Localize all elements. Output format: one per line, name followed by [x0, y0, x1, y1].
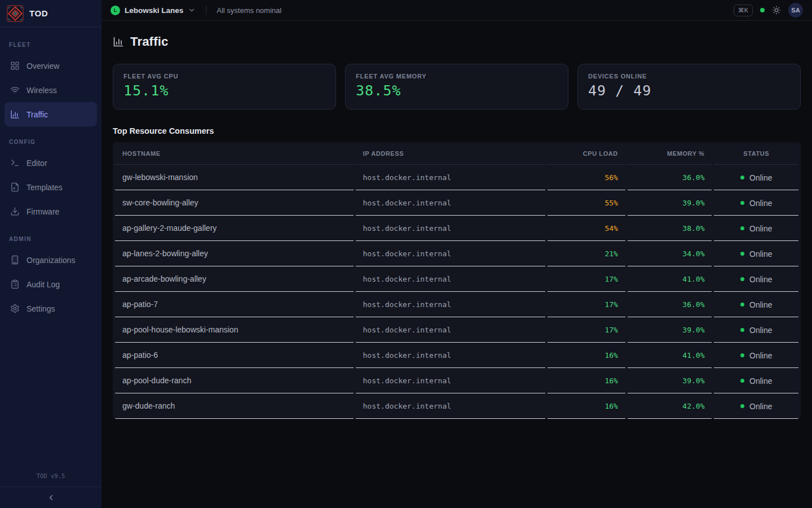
building-icon	[10, 255, 20, 265]
table-row[interactable]: ap-pool-dude-ranch host.docker.internal …	[115, 368, 798, 393]
sun-icon	[772, 6, 781, 15]
clipboard-icon	[10, 279, 20, 289]
table-title: Top Resource Consumers	[113, 126, 801, 135]
status-cell: Online	[714, 368, 798, 393]
online-dot	[740, 176, 744, 179]
org-name: Lebowski Lanes	[125, 6, 183, 15]
system-status-text: All systems nominal	[217, 6, 281, 15]
memory-cell: 36.0%	[628, 292, 712, 317]
nav-section-config: CONFIG	[5, 126, 97, 151]
status-label: Online	[749, 275, 772, 284]
sidebar: TOD FLEET Overview Wireless Traffic CONF…	[0, 0, 102, 508]
status-label: Online	[749, 351, 772, 360]
table-row[interactable]: ap-gallery-2-maude-gallery host.docker.i…	[115, 216, 798, 241]
content-area: L Lebowski Lanes All systems nominal ⌘K …	[102, 0, 812, 508]
sidebar-item-settings[interactable]: Settings	[5, 296, 97, 321]
status-label: Online	[749, 326, 772, 335]
sidebar-item-audit-log[interactable]: Audit Log	[5, 272, 97, 296]
grid-icon	[10, 61, 20, 71]
table-row[interactable]: ap-arcade-bowling-alley host.docker.inte…	[115, 266, 798, 292]
org-switcher[interactable]: L Lebowski Lanes	[111, 6, 196, 15]
sidebar-item-label: Overview	[27, 62, 59, 71]
app-name: TOD	[29, 8, 48, 18]
page-title: Traffic	[130, 34, 168, 49]
ip-cell: host.docker.internal	[356, 393, 546, 419]
user-avatar[interactable]: SA	[788, 3, 803, 17]
sidebar-item-editor[interactable]: Editor	[5, 151, 97, 175]
ip-cell: host.docker.internal	[356, 190, 546, 216]
ip-cell: host.docker.internal	[356, 317, 546, 343]
status-cell: Online	[714, 292, 798, 317]
theme-toggle-button[interactable]	[772, 6, 781, 15]
memory-cell: 41.0%	[628, 266, 712, 292]
online-dot	[740, 353, 744, 357]
status-label: Online	[749, 199, 772, 208]
app-window: TOD FLEET Overview Wireless Traffic CONF…	[0, 0, 812, 508]
sidebar-item-firmware[interactable]: Firmware	[5, 199, 97, 224]
cpu-cell: 54%	[548, 216, 625, 241]
ip-cell: host.docker.internal	[356, 216, 546, 241]
online-dot	[740, 328, 744, 332]
status-label: Online	[749, 402, 772, 411]
sidebar-item-templates[interactable]: Templates	[5, 175, 97, 199]
ip-cell: host.docker.internal	[356, 343, 546, 368]
sidebar-item-traffic[interactable]: Traffic	[5, 102, 97, 126]
col-status: STATUS	[714, 142, 798, 165]
org-avatar: L	[111, 6, 120, 15]
ip-cell: host.docker.internal	[356, 241, 546, 266]
hostname-cell: ap-pool-house-lebowski-mansion	[115, 317, 354, 343]
sidebar-item-label: Templates	[27, 183, 63, 192]
rug-logo-icon	[7, 5, 24, 22]
memory-cell: 39.0%	[628, 190, 712, 216]
hostname-cell: ap-arcade-bowling-alley	[115, 266, 354, 292]
table-row[interactable]: ap-lanes-2-bowling-alley host.docker.int…	[115, 241, 798, 266]
memory-cell: 39.0%	[628, 368, 712, 393]
status-cell: Online	[714, 241, 798, 266]
hostname-cell: ap-patio-7	[115, 292, 354, 317]
table-row[interactable]: ap-patio-7 host.docker.internal 17% 36.0…	[115, 292, 798, 317]
main-panel: Traffic FLEET AVG CPU 15.1% FLEET AVG ME…	[102, 21, 812, 419]
table-row[interactable]: sw-core-bowling-alley host.docker.intern…	[115, 190, 798, 216]
ip-cell: host.docker.internal	[356, 165, 546, 190]
cpu-cell: 16%	[548, 343, 625, 368]
sidebar-collapse-button[interactable]	[0, 487, 102, 508]
hostname-cell: sw-core-bowling-alley	[115, 190, 354, 216]
status-cell: Online	[714, 190, 798, 216]
table-row[interactable]: gw-dude-ranch host.docker.internal 16% 4…	[115, 393, 798, 419]
stat-value: 38.5%	[356, 82, 558, 99]
table-row[interactable]: ap-pool-house-lebowski-mansion host.dock…	[115, 317, 798, 343]
cpu-cell: 55%	[548, 190, 625, 216]
wifi-icon	[10, 85, 20, 95]
sidebar-nav: FLEET Overview Wireless Traffic CONFIG E…	[0, 27, 102, 467]
sidebar-footer: TOD v9.5	[0, 467, 102, 508]
hostname-cell: gw-lebowski-mansion	[115, 165, 354, 190]
nav-section-fleet: FLEET	[5, 29, 97, 54]
stat-card-devices-online: DEVICES ONLINE 49 / 49	[577, 64, 801, 110]
sidebar-item-label: Editor	[27, 159, 47, 168]
status-label: Online	[749, 224, 772, 233]
command-palette-shortcut[interactable]: ⌘K	[734, 5, 753, 16]
online-dot	[740, 404, 744, 408]
sidebar-item-wireless[interactable]: Wireless	[5, 78, 97, 102]
sidebar-item-label: Traffic	[27, 110, 48, 119]
sidebar-item-label: Wireless	[27, 86, 57, 95]
page-title-row: Traffic	[113, 34, 801, 49]
app-logo: TOD	[0, 0, 102, 27]
cpu-cell: 21%	[548, 241, 625, 266]
table-row[interactable]: ap-patio-6 host.docker.internal 16% 41.0…	[115, 343, 798, 368]
status-cell: Online	[714, 165, 798, 190]
status-label: Online	[749, 173, 772, 182]
sidebar-item-organizations[interactable]: Organizations	[5, 248, 97, 272]
cpu-cell: 17%	[548, 317, 625, 343]
hostname-cell: ap-patio-6	[115, 343, 354, 368]
col-memory: MEMORY %	[628, 142, 712, 165]
cpu-cell: 16%	[548, 393, 625, 419]
col-ip: IP ADDRESS	[356, 142, 546, 165]
table-row[interactable]: gw-lebowski-mansion host.docker.internal…	[115, 165, 798, 190]
terminal-icon	[10, 158, 20, 168]
memory-cell: 38.0%	[628, 216, 712, 241]
sidebar-item-label: Audit Log	[27, 280, 60, 289]
sidebar-item-overview[interactable]: Overview	[5, 54, 97, 78]
cpu-cell: 17%	[548, 292, 625, 317]
sidebar-item-label: Organizations	[27, 256, 75, 265]
